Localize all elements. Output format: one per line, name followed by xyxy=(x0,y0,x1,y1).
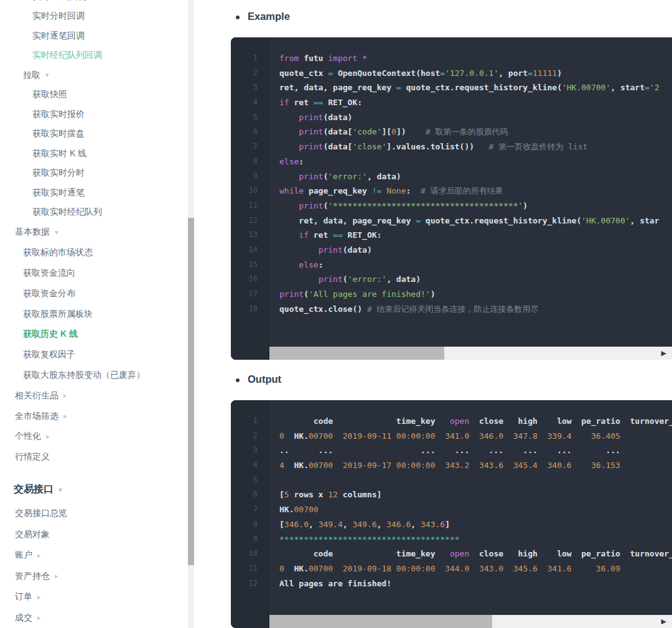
sidebar-item[interactable]: 实时逐笔回调 xyxy=(0,26,190,46)
code-token: 339.4 xyxy=(548,431,572,441)
code-token: , data) xyxy=(367,172,401,181)
code-token: (data[ xyxy=(323,142,352,151)
code-token: (data) xyxy=(343,245,372,255)
code-token: 346.6 xyxy=(386,520,411,529)
sidebar-item[interactable]: 实时分时回调 xyxy=(0,7,190,27)
code-token: 'code' xyxy=(352,127,381,136)
sidebar-item[interactable]: 获取资金分布 xyxy=(0,283,190,304)
scroll-right-arrow-icon[interactable]: ▶ xyxy=(661,345,666,360)
sidebar-item[interactable]: 交易对象 xyxy=(0,524,190,545)
line-number: 3 xyxy=(231,443,268,458)
code-token xyxy=(279,260,299,269)
code-token: : xyxy=(319,260,324,269)
sidebar-item[interactable]: 资产持仓▸ xyxy=(0,566,190,587)
code-token: ************************************* xyxy=(279,535,460,544)
sidebar-item[interactable]: 相关衍生品▸ xyxy=(0,385,190,406)
code-token: None xyxy=(386,186,406,195)
horizontal-scrollbar-thumb[interactable] xyxy=(269,347,444,360)
code-token xyxy=(279,201,299,210)
code-token: code time_key xyxy=(279,549,450,558)
sidebar-item[interactable]: 全市场筛选▸ xyxy=(0,406,190,426)
sidebar-item[interactable]: 个性化▸ xyxy=(0,426,190,447)
line-number: 5 xyxy=(231,110,268,125)
code-token: [ xyxy=(279,490,284,499)
code-token: .. ... ... ... ... ... ... ... xyxy=(279,446,620,455)
sidebar-item-label: 资产持仓 xyxy=(15,571,50,582)
code-token: print xyxy=(299,142,323,151)
code-token: ret xyxy=(309,230,333,240)
sidebar-item[interactable]: 获取股票所属板块 xyxy=(0,304,190,324)
sidebar-item[interactable]: 基本数据▾ xyxy=(0,222,190,243)
code-token: print xyxy=(299,127,323,136)
code-token xyxy=(469,461,479,470)
code-token: 343.6 xyxy=(479,461,503,470)
sidebar-scrollbar-thumb[interactable] xyxy=(188,218,194,565)
sidebar-item[interactable]: 实时经纪队列回调 xyxy=(0,46,190,66)
code-token: = xyxy=(645,83,650,92)
sidebar-item-label: 成交 xyxy=(15,612,32,624)
example-code-block: 123456789101112131415161718from futu imp… xyxy=(231,37,672,360)
code-token: 'HK.00700' xyxy=(562,83,610,92)
sidebar-item[interactable]: 获取大股东持股变动（已废弃） xyxy=(0,365,190,386)
sidebar-item[interactable]: 获取实时 K 线 xyxy=(0,144,190,164)
code-token: futu xyxy=(299,54,328,63)
sidebar-item[interactable]: 获取实时逐笔 xyxy=(0,183,190,203)
code-line: quote_ctx = OpenQuoteContext(host='127.0… xyxy=(279,66,672,81)
horizontal-scrollbar-thumb[interactable] xyxy=(269,615,492,628)
sidebar-nav: 实时 K 线回调实时分时回调实时逐笔回调实时经纪队列回调拉取▾获取快照获取实时报… xyxy=(0,0,190,628)
sidebar-section[interactable]: 交易接口▾ xyxy=(0,479,190,501)
sidebar-item[interactable]: 成交▸ xyxy=(0,607,190,628)
code-token: = xyxy=(440,68,445,78)
scroll-right-arrow-icon[interactable]: ▶ xyxy=(661,614,666,628)
sidebar-item[interactable]: 获取历史 K 线 xyxy=(0,324,190,345)
code-token: 344.0 xyxy=(445,564,469,573)
sidebar-item[interactable]: 订单▸ xyxy=(0,587,190,608)
sidebar-item[interactable]: 获取实时摆盘 xyxy=(0,124,190,144)
sidebar-scrollbar[interactable] xyxy=(188,0,194,628)
code-token xyxy=(503,564,513,573)
code-token: ret, data, page_req_key xyxy=(279,83,396,92)
code-token: HK. xyxy=(284,461,309,470)
line-number: 5 xyxy=(231,473,268,488)
horizontal-scrollbar[interactable]: ▶ xyxy=(269,615,672,628)
sidebar-item[interactable]: 行情定义 xyxy=(0,447,190,467)
code-line: [346.0, 349.4, 349.6, 346.6, 343.6] xyxy=(279,517,672,532)
sidebar-item[interactable]: 获取快照 xyxy=(0,85,190,105)
code-token: HK. xyxy=(284,564,309,573)
code-token: ].values.tolist()) xyxy=(386,142,488,151)
sidebar-item[interactable]: 获取标的市场状态 xyxy=(0,243,190,263)
code-token xyxy=(279,230,299,240)
code-token xyxy=(538,461,548,470)
sidebar-item-label: 获取大股东持股变动（已废弃） xyxy=(23,370,145,381)
code-token: '127.0.0.1' xyxy=(445,68,498,78)
sidebar-item[interactable]: 获取实时经纪队列 xyxy=(0,203,190,223)
code-token: == xyxy=(333,230,343,240)
sidebar-item[interactable]: 交易接口总览 xyxy=(0,504,190,525)
sidebar-item[interactable]: 账户▸ xyxy=(0,545,190,566)
sidebar-item[interactable]: 获取复权因子 xyxy=(0,345,190,365)
code-line: ret, data, page_req_key = quote_ctx.requ… xyxy=(279,80,672,95)
sidebar-item-label: 获取资金分布 xyxy=(23,288,75,299)
sidebar-item[interactable]: 获取资金流向 xyxy=(0,263,190,284)
line-number: 6 xyxy=(231,124,268,139)
line-number: 16 xyxy=(231,272,268,287)
code-token: else xyxy=(279,157,299,166)
sidebar-item[interactable]: 拉取▾ xyxy=(0,65,190,85)
code-token xyxy=(503,461,513,470)
code-line: print('error:', data) xyxy=(279,169,672,184)
code-token: print xyxy=(299,172,323,181)
code-line: if ret == RET_OK: xyxy=(279,95,672,110)
code-line: ret, data, page_req_key = quote_ctx.requ… xyxy=(279,213,672,228)
code-token: 36.405 xyxy=(591,431,620,441)
sidebar-item-label: 基本数据 xyxy=(15,227,50,238)
code-token: ) xyxy=(523,201,528,210)
code-token: = xyxy=(416,216,421,225)
sidebar-item[interactable]: 获取实时分时 xyxy=(0,164,190,184)
sidebar-item-label: 相关衍生品 xyxy=(15,390,58,401)
sidebar-item[interactable]: 获取实时报价 xyxy=(0,105,190,124)
code-token: 00700 xyxy=(294,505,318,514)
sidebar-item[interactable]: 实时 K 线回调 xyxy=(0,0,190,7)
code-token: 'close' xyxy=(352,142,386,151)
horizontal-scrollbar[interactable]: ▶ xyxy=(269,347,672,360)
code-line: else: xyxy=(279,154,672,169)
